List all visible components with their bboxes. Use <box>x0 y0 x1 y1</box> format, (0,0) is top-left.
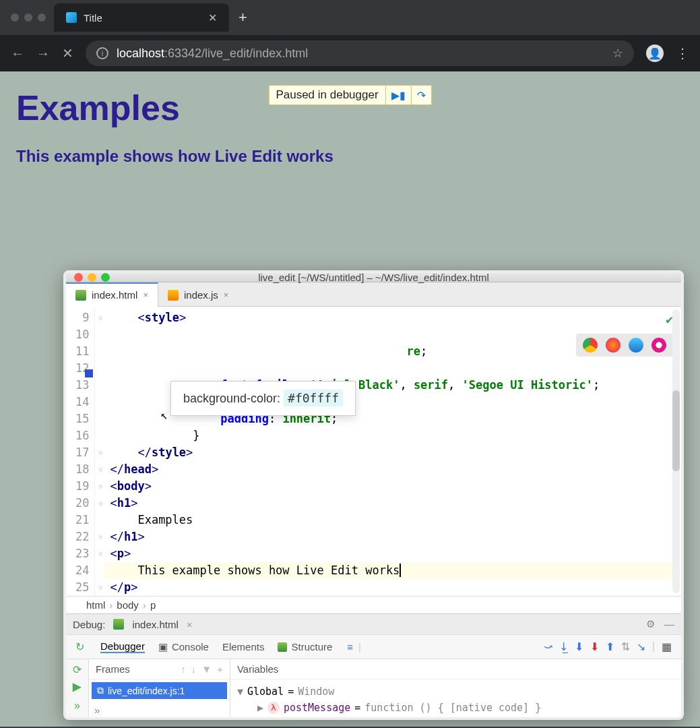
debug-tabs: Debugger▣ ConsoleElements Structure <box>91 635 342 659</box>
page-viewport: Paused in debugger ▶▮ ↷ Examples This ex… <box>0 71 700 727</box>
debugger-resume-button[interactable]: ▶▮ <box>385 86 411 104</box>
code-line[interactable]: <style> <box>110 309 677 326</box>
layout-icon[interactable]: ▦ <box>662 640 672 653</box>
debug-tab[interactable]: Debugger <box>100 640 145 653</box>
var-row[interactable]: ▼ Global = Window <box>237 684 674 700</box>
debug-label: Debug: <box>73 619 105 630</box>
debug-config-close-icon[interactable]: × <box>187 619 193 630</box>
frame-down-icon[interactable]: ↓ <box>191 663 197 675</box>
window-close[interactable] <box>11 13 19 22</box>
minimize-panel-icon[interactable]: — <box>664 618 674 630</box>
code-line[interactable]: <h1> <box>110 495 677 512</box>
opera-icon[interactable] <box>651 338 666 353</box>
restart-icon[interactable]: ⟳ <box>69 663 86 676</box>
page-h2: This example shows how Live Edit works <box>16 147 684 166</box>
editor-breadcrumb[interactable]: html›body›p <box>66 596 681 613</box>
ide-titlebar[interactable]: live_edit [~/WS/untitled] – ~/WS/live_ed… <box>66 273 681 282</box>
tab-close-icon[interactable]: × <box>143 290 148 300</box>
favicon-icon <box>66 12 77 23</box>
firefox-icon[interactable] <box>606 338 621 353</box>
forward-button[interactable]: → <box>36 46 50 61</box>
file-icon <box>168 290 179 301</box>
force-step-into-icon[interactable]: ⬇ <box>575 640 583 653</box>
breadcrumb-segment[interactable]: html <box>86 599 105 611</box>
editor-scrollbar[interactable] <box>672 309 680 593</box>
code-line[interactable] <box>110 360 677 377</box>
window-maximize[interactable] <box>38 13 46 22</box>
back-button[interactable]: ← <box>11 46 24 61</box>
code-line[interactable]: Examples <box>110 512 677 528</box>
debugger-step-button[interactable]: ↷ <box>411 86 431 104</box>
bookmark-star-icon[interactable]: ☆ <box>612 46 623 61</box>
resume-icon[interactable]: ▶ <box>69 680 86 693</box>
debug-tool-window-header[interactable]: Debug: index.html × ⚙ — <box>66 613 681 634</box>
site-info-icon[interactable]: i <box>96 47 108 59</box>
frame-js-icon: ⧉ <box>97 685 104 696</box>
code-line[interactable]: } <box>110 427 677 444</box>
ide-minimize[interactable] <box>88 273 96 282</box>
code-line[interactable]: </h1> <box>110 528 677 545</box>
debugger-message: Paused in debugger <box>269 86 385 104</box>
editor-tab[interactable]: index.html× <box>66 282 158 307</box>
url-host: localhost <box>117 47 164 60</box>
step-into-icon[interactable]: ↓̲ <box>559 640 568 653</box>
breadcrumb-segment[interactable]: body <box>117 599 139 611</box>
gutter-color-marker[interactable] <box>85 369 93 377</box>
run-to-cursor-icon[interactable]: ⬆ <box>606 640 614 653</box>
code-area[interactable]: ✔ <style> re; font-family: 'Arial Black'… <box>106 307 681 596</box>
evaluate-icon[interactable]: ⇅ <box>621 640 630 653</box>
frame-add-icon[interactable]: + <box>217 663 223 675</box>
frame-filter-icon[interactable]: ▼ <box>201 663 212 675</box>
code-line[interactable]: </p> <box>110 579 677 596</box>
debug-run-controls: ↻ <box>69 635 91 659</box>
tab-strip: Title ✕ + <box>0 0 700 35</box>
var-row[interactable]: ▶ λ blur = function () { [native code] } <box>237 716 674 720</box>
frames-more[interactable]: » <box>89 702 230 719</box>
console-icon: ▣ <box>158 641 168 653</box>
url-input[interactable]: i localhost:63342/live_edit/index.html ☆ <box>86 40 634 66</box>
new-tab-button[interactable]: + <box>229 9 257 26</box>
stop-button[interactable]: ✕ <box>62 45 73 61</box>
code-line[interactable]: </style> <box>110 444 677 461</box>
more-icon[interactable]: » <box>69 697 86 715</box>
debug-tab[interactable]: Elements <box>222 640 265 653</box>
tooltip-value: #f0ffff <box>284 390 343 406</box>
browser-tab[interactable]: Title ✕ <box>54 3 229 32</box>
window-minimize[interactable] <box>24 13 32 22</box>
frames-variables-panel: ⟳ ▶ » Frames ↑ ↓ ▼ + ⧉ live_edit/index.j… <box>66 659 681 720</box>
ide-title: live_edit [~/WS/untitled] – ~/WS/live_ed… <box>258 272 489 283</box>
debug-config: index.html <box>132 619 178 630</box>
code-line[interactable]: <body> <box>110 478 677 495</box>
drop-frame-icon[interactable]: ↘ <box>637 640 645 653</box>
safari-icon[interactable] <box>629 338 643 353</box>
tab-close-icon[interactable]: ✕ <box>208 11 217 24</box>
browser-menu-icon[interactable]: ⋮ <box>676 45 689 61</box>
breadcrumb-segment[interactable]: p <box>150 599 156 611</box>
mouse-cursor-icon: ↖ <box>160 408 168 422</box>
chrome-icon[interactable] <box>583 338 598 353</box>
step-out-icon[interactable]: ⬇ <box>590 640 599 653</box>
rerun-button[interactable]: ↻ <box>73 638 87 656</box>
threads-icon[interactable]: ≡ <box>342 641 358 653</box>
var-row[interactable]: ▶ λ postMessage = function () { [native … <box>237 700 674 716</box>
code-line[interactable]: <p> <box>110 545 677 562</box>
frame-up-icon[interactable]: ↑ <box>181 663 186 675</box>
profile-avatar-icon[interactable]: 👤 <box>646 44 664 62</box>
debug-tab[interactable]: ▣ Console <box>158 640 209 653</box>
fold-gutter[interactable]: ⊖⊖⊖⊖⊖⊖⊖⊖⊖⊖⊖⊖⊖⊖⊖⊖⊖ <box>95 307 106 596</box>
ide-close[interactable] <box>74 273 83 282</box>
step-over-icon[interactable]: ⤻ <box>544 640 552 653</box>
tab-close-icon[interactable]: × <box>224 290 229 300</box>
line-gutter: 910111213141516171819202122232425 <box>66 307 95 596</box>
frames-label: Frames <box>96 663 130 675</box>
debug-tab[interactable]: Structure <box>278 640 332 653</box>
code-line[interactable]: </head> <box>110 461 677 478</box>
lambda-icon: λ <box>267 702 280 714</box>
settings-icon[interactable]: ⚙ <box>646 618 655 630</box>
code-line[interactable]: This example shows how Live Edit works <box>104 562 677 579</box>
ide-window: live_edit [~/WS/untitled] – ~/WS/live_ed… <box>63 270 684 720</box>
ide-maximize[interactable] <box>101 273 110 282</box>
code-editor[interactable]: 910111213141516171819202122232425 ⊖⊖⊖⊖⊖⊖… <box>66 307 681 596</box>
stack-frame[interactable]: ⧉ live_edit/index.js:1 <box>92 682 227 699</box>
editor-tab[interactable]: index.js× <box>158 284 238 306</box>
